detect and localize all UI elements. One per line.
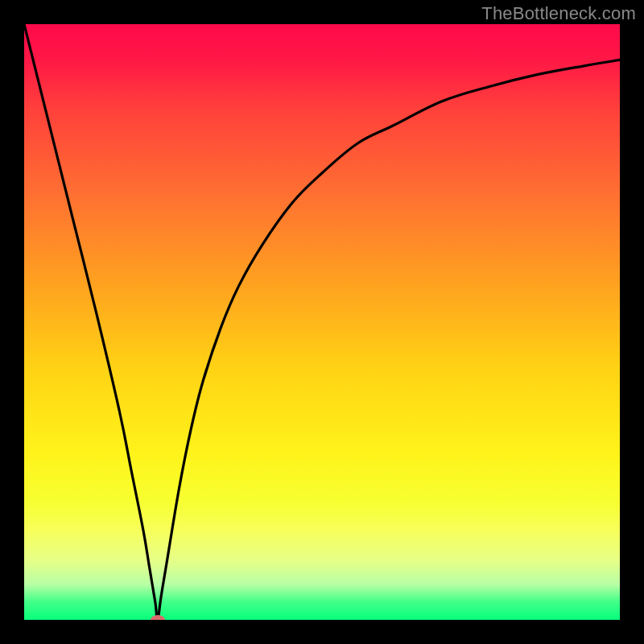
watermark-text: TheBottleneck.com (481, 3, 636, 24)
bottleneck-curve (24, 24, 620, 620)
chart-frame: TheBottleneck.com (0, 0, 644, 644)
plot-area (24, 24, 620, 620)
optimum-marker (151, 615, 165, 620)
